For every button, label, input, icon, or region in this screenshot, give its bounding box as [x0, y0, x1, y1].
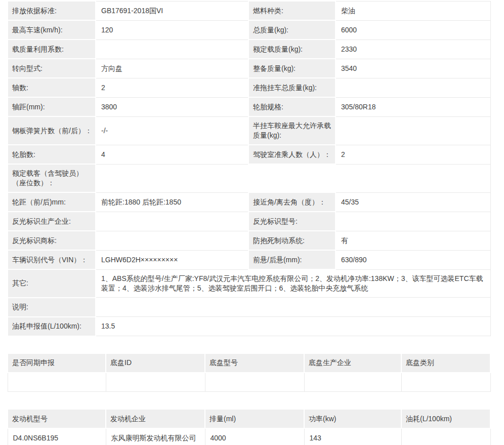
table-cell	[8, 373, 106, 392]
column-header: 发动机企业	[106, 409, 205, 428]
field-label: 半挂车鞍座最大允许承载质量(kg):	[248, 116, 335, 145]
field-label: 轮胎数:	[8, 145, 96, 164]
field-label: 准拖挂车总质量(kg):	[248, 78, 335, 97]
column-header: 底盘类别	[401, 353, 490, 373]
spec-row: 轴数:2准拖挂车总质量(kg):	[8, 78, 490, 97]
field-label: 轴数:	[8, 78, 96, 97]
spec-row: 轮胎数:4驾驶室准乘人数（人）：2	[8, 145, 490, 164]
spec-row: 轴距(mm):3800轮胎规格:305/80R18	[8, 97, 490, 116]
field-value: 柴油	[335, 1, 490, 20]
field-label: 整备质量(kg):	[248, 59, 335, 78]
field-value: 3800	[96, 97, 248, 116]
field-label: 接近角/离去角（度）：	[248, 192, 335, 212]
column-header: 排量(ml)	[205, 409, 304, 428]
field-label: 转向型式:	[8, 59, 96, 78]
spec-row: 轮距（前/后)mm:前轮距:1880 后轮距:1850接近角/离去角（度）：45…	[8, 192, 490, 212]
engine-header-row: 发动机型号发动机企业排量(ml)功率(kw)油耗(L/100km)	[8, 409, 490, 428]
field-label: 车辆识别代号（VIN）：	[8, 250, 96, 269]
spec-row: 额定载客（含驾驶员）（座位数）：	[8, 164, 490, 192]
field-label: 轮胎规格:	[248, 97, 335, 116]
column-header: 油耗(L/100km)	[401, 409, 490, 428]
spec-row: 转向型式:方向盘整备质量(kg):3540	[8, 59, 490, 78]
field-label: 其它:	[8, 269, 96, 298]
field-value: 6000	[335, 20, 490, 39]
field-value: GB17691-2018国VI	[96, 1, 248, 20]
spec-row: 载质量利用系数:额定载质量(kg):2330	[8, 39, 490, 59]
field-value: -/-	[96, 116, 248, 145]
field-value	[96, 298, 490, 317]
field-value: 13.5	[96, 317, 490, 336]
field-value: 2330	[335, 39, 490, 59]
field-value: 45/35	[335, 192, 490, 212]
spec-row: 车辆识别代号（VIN）：LGHW6D2H×××××××××前悬/后悬(mm):6…	[8, 250, 490, 269]
field-label: 油耗申报值(L/100km):	[8, 317, 96, 336]
field-value: 630/890	[335, 250, 490, 269]
spec-row: 反光标识商标:防抱死制动系统:有	[8, 231, 490, 250]
field-value: 有	[335, 231, 490, 250]
table-cell	[304, 373, 401, 392]
spec-row: 其它:1、ABS系统的型号/生产厂家:YF8/武汉元丰汽车电控系统有限公司；2、…	[8, 269, 490, 298]
column-header: 是否同期申报	[8, 353, 106, 373]
field-value: LGHW6D2H×××××××××	[96, 250, 248, 269]
field-value: 方向盘	[96, 59, 248, 78]
field-label: 反光标识生产企业:	[8, 212, 96, 231]
field-value	[335, 78, 490, 97]
spec-row: 说明:	[8, 298, 490, 317]
spec-row: 反光标识生产企业:反光标识型号:	[8, 212, 490, 231]
field-value	[96, 231, 248, 250]
field-label: 额定载质量(kg):	[248, 39, 335, 59]
field-label: 前悬/后悬(mm):	[248, 250, 335, 269]
field-label: 驾驶室准乘人数（人）：	[248, 145, 335, 164]
column-header: 发动机型号	[8, 409, 106, 428]
table-cell	[401, 428, 490, 445]
field-label: 排放依据标准:	[8, 1, 96, 20]
field-label: 最高车速(km/h):	[8, 20, 96, 39]
field-label: 总质量(kg):	[248, 20, 335, 39]
field-label: 反光标识商标:	[8, 231, 96, 250]
field-label: 说明:	[8, 298, 96, 317]
field-value	[96, 164, 490, 192]
chassis-table-body	[8, 373, 490, 392]
field-label: 钢板弹簧片数（前/后）：	[8, 116, 96, 145]
column-header: 功率(kw)	[304, 409, 401, 428]
chassis-header-row: 是否同期申报底盘ID底盘型号底盘生产企业底盘类别	[8, 353, 490, 373]
column-header: 底盘型号	[205, 353, 304, 373]
field-value: 305/80R18	[335, 97, 490, 116]
field-value	[96, 39, 248, 59]
field-label: 额定载客（含驾驶员）（座位数）：	[8, 164, 96, 192]
spec-row: 最高车速(km/h):120总质量(kg):6000	[8, 20, 490, 39]
field-label: 轴距(mm):	[8, 97, 96, 116]
field-value: 3540	[335, 59, 490, 78]
field-value	[96, 212, 248, 231]
field-value	[335, 212, 490, 231]
field-value	[335, 116, 490, 145]
table-cell: 4000	[205, 428, 304, 445]
engine-table-body: D4.0NS6B195东风康明斯发动机有限公司4000143	[8, 428, 490, 445]
field-label: 轮距（前/后)mm:	[8, 192, 96, 212]
spec-table-body: 排放依据标准:GB17691-2018国VI燃料种类:柴油最高车速(km/h):…	[8, 1, 490, 336]
table-cell	[106, 373, 205, 392]
table-row	[8, 373, 490, 392]
field-value: 2	[96, 78, 248, 97]
column-header: 底盘生产企业	[304, 353, 401, 373]
table-cell	[401, 373, 490, 392]
field-value: 1、ABS系统的型号/生产厂家:YF8/武汉元丰汽车电控系统有限公司；2、发动机…	[96, 269, 490, 298]
table-cell	[205, 373, 304, 392]
engine-table: 发动机型号发动机企业排量(ml)功率(kw)油耗(L/100km) D4.0NS…	[7, 409, 491, 445]
vehicle-spec-page: 排放依据标准:GB17691-2018国VI燃料种类:柴油最高车速(km/h):…	[0, 0, 504, 445]
field-label: 防抱死制动系统:	[248, 231, 335, 250]
spec-row: 钢板弹簧片数（前/后）：-/-半挂车鞍座最大允许承载质量(kg):	[8, 116, 490, 145]
field-value: 2	[335, 145, 490, 164]
field-label: 载质量利用系数:	[8, 39, 96, 59]
table-row: D4.0NS6B195东风康明斯发动机有限公司4000143	[8, 428, 490, 445]
field-label: 反光标识型号:	[248, 212, 335, 231]
spec-row: 油耗申报值(L/100km):13.5	[8, 317, 490, 336]
table-cell: 143	[304, 428, 401, 445]
spec-table: 排放依据标准:GB17691-2018国VI燃料种类:柴油最高车速(km/h):…	[7, 1, 491, 337]
chassis-table: 是否同期申报底盘ID底盘型号底盘生产企业底盘类别	[7, 353, 491, 392]
column-header: 底盘ID	[106, 353, 205, 373]
field-value: 前轮距:1880 后轮距:1850	[96, 192, 248, 212]
table-cell: D4.0NS6B195	[8, 428, 106, 445]
field-label: 燃料种类:	[248, 1, 335, 20]
field-value: 4	[96, 145, 248, 164]
